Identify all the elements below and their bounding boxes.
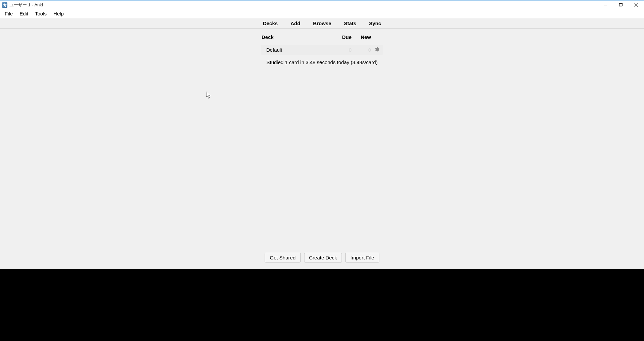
header-due: Due xyxy=(334,34,352,40)
svg-marker-0 xyxy=(3,3,7,7)
tab-stats[interactable]: Stats xyxy=(341,18,359,29)
tab-browse[interactable]: Browse xyxy=(310,18,334,29)
menu-tools[interactable]: Tools xyxy=(32,9,50,18)
mouse-cursor-icon xyxy=(206,92,212,99)
deck-name[interactable]: Default xyxy=(261,47,334,53)
header-deck: Deck xyxy=(261,34,334,40)
main-content: Deck Due New Default 0 0 Studied 1 card … xyxy=(0,29,644,269)
gear-icon[interactable] xyxy=(374,47,380,53)
menu-edit[interactable]: Edit xyxy=(16,9,32,18)
study-status: Studied 1 card in 3.48 seconds today (3.… xyxy=(266,59,377,65)
get-shared-button[interactable]: Get Shared xyxy=(265,253,301,262)
deck-new: 0 xyxy=(352,47,371,53)
tab-add[interactable]: Add xyxy=(288,18,303,29)
import-file-button[interactable]: Import File xyxy=(346,253,379,262)
close-button[interactable] xyxy=(629,1,644,9)
deck-due: 0 xyxy=(334,47,352,53)
menu-bar: File Edit Tools Help xyxy=(0,9,644,18)
bottom-bar: Get Shared Create Deck Import File xyxy=(265,253,379,262)
tab-sync[interactable]: Sync xyxy=(366,18,384,29)
deck-table-header: Deck Due New xyxy=(261,34,383,41)
deck-table: Deck Due New Default 0 0 xyxy=(261,34,383,55)
window-title: ユーザー 1 - Anki xyxy=(9,2,43,8)
create-deck-button[interactable]: Create Deck xyxy=(304,253,342,262)
minimize-button[interactable] xyxy=(598,1,613,9)
svg-marker-6 xyxy=(206,92,210,98)
tab-decks[interactable]: Decks xyxy=(260,18,280,29)
title-bar: ユーザー 1 - Anki xyxy=(0,0,644,9)
taskbar-region xyxy=(0,269,644,341)
maximize-button[interactable] xyxy=(613,1,629,9)
header-new: New xyxy=(352,34,371,40)
menu-file[interactable]: File xyxy=(1,9,16,18)
nav-tabs: Decks Add Browse Stats Sync xyxy=(0,18,644,29)
window-controls xyxy=(598,1,644,9)
menu-help[interactable]: Help xyxy=(50,9,67,18)
deck-row[interactable]: Default 0 0 xyxy=(261,45,383,55)
app-icon xyxy=(2,2,7,8)
